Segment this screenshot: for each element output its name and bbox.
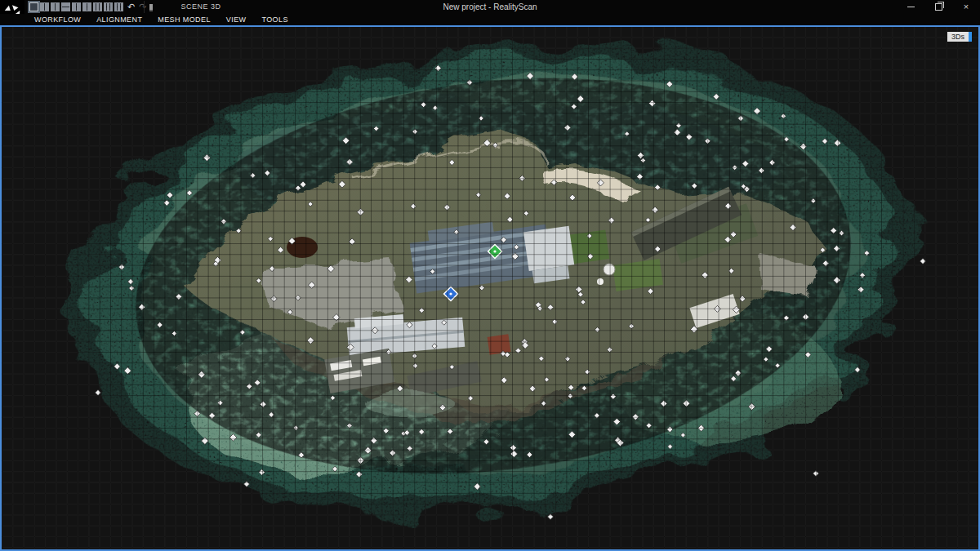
layout-single-icon[interactable] bbox=[29, 2, 38, 11]
menu-tools[interactable]: TOOLS bbox=[261, 16, 287, 24]
badge-accent-stripe bbox=[969, 32, 972, 42]
control-point-green-center-dot bbox=[493, 250, 496, 252]
camera-marker[interactable] bbox=[854, 367, 860, 372]
scene-tab-label[interactable]: SCENE 3D bbox=[160, 0, 242, 14]
menu-alignment[interactable]: ALIGNMENT bbox=[96, 16, 142, 24]
camera-marker[interactable] bbox=[547, 513, 553, 519]
window-controls: × bbox=[897, 0, 980, 14]
layout-two-columns-icon[interactable] bbox=[40, 2, 49, 11]
layout-cols3-icon[interactable] bbox=[93, 2, 102, 11]
titlebar: ↶ ↷ SCENE 3D New project - RealityScan × bbox=[0, 0, 980, 14]
point-cloud-scene bbox=[2, 27, 978, 549]
close-button[interactable]: × bbox=[952, 0, 980, 14]
minimize-button[interactable] bbox=[897, 0, 924, 14]
restore-icon bbox=[935, 3, 942, 11]
layout-grid4b-icon[interactable] bbox=[82, 2, 91, 11]
camera-marker[interactable] bbox=[920, 258, 925, 264]
layout-grid4-icon[interactable] bbox=[72, 2, 81, 11]
close-icon: × bbox=[964, 2, 969, 11]
viewport-3d-scene[interactable]: 3Ds bbox=[0, 25, 980, 551]
redo-icon[interactable]: ↷ bbox=[139, 2, 146, 11]
minimize-icon bbox=[907, 7, 915, 7]
menubar: WORKFLOW ALIGNMENT MESH MODEL VIEW TOOLS bbox=[0, 14, 980, 25]
toolbar-separator bbox=[144, 1, 145, 13]
restore-button[interactable] bbox=[924, 0, 952, 14]
menu-workflow[interactable]: WORKFLOW bbox=[34, 16, 81, 24]
camera-marker[interactable] bbox=[813, 470, 818, 476]
layout-grid6b-icon[interactable] bbox=[114, 2, 123, 11]
layout-toolbar: ↶ ↷ bbox=[29, 2, 146, 11]
layout-rows-icon[interactable] bbox=[61, 2, 70, 11]
view-mode-label: 3Ds bbox=[947, 32, 969, 42]
menu-mesh-model[interactable]: MESH MODEL bbox=[158, 16, 211, 24]
layout-col-split-icon[interactable] bbox=[51, 2, 60, 11]
menu-view[interactable]: VIEW bbox=[226, 16, 247, 24]
view-mode-badge[interactable]: 3Ds bbox=[947, 32, 972, 42]
undo-icon[interactable]: ↶ bbox=[127, 2, 135, 11]
control-point-blue-center-dot bbox=[449, 292, 452, 295]
window-title: New project - RealityScan bbox=[245, 0, 735, 14]
layout-grid6-icon[interactable] bbox=[104, 2, 113, 11]
pin-icon[interactable] bbox=[149, 4, 153, 11]
